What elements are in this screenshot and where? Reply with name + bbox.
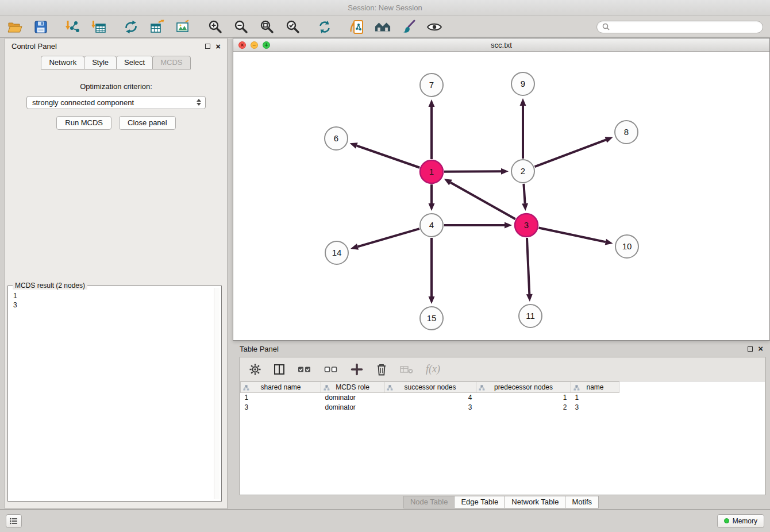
zoom-out-button[interactable] <box>233 19 249 35</box>
cell-shared-name[interactable]: 3 <box>241 403 321 413</box>
criterion-dropdown-value: strongly connected component <box>32 98 134 107</box>
zoom-fit-icon <box>260 20 274 34</box>
close-panel-button[interactable]: Close panel <box>119 116 176 130</box>
table-tab-motifs[interactable]: Motifs <box>565 496 599 508</box>
network-window-titlebar[interactable]: × − + scc.txt <box>233 38 769 52</box>
import-table-icon <box>91 20 106 34</box>
deselect-all-columns-button[interactable] <box>324 365 338 374</box>
show-hide-button[interactable] <box>426 19 442 35</box>
delete-table-icon <box>400 365 413 374</box>
float-panel-icon[interactable] <box>205 44 210 49</box>
control-panel: Control Panel × NetworkStyleSelectMCDS O… <box>5 38 228 509</box>
column-header-shared-name[interactable]: shared name <box>241 382 321 393</box>
run-mcds-button[interactable]: Run MCDS <box>56 116 111 130</box>
create-column-button[interactable] <box>351 363 363 376</box>
minimize-window-icon[interactable]: − <box>251 41 258 49</box>
save-floppy-icon <box>34 20 48 34</box>
table-panel-tabs: Node TableEdge TableNetwork TableMotifs <box>233 496 770 508</box>
panel-menu-button[interactable] <box>6 514 22 528</box>
close-panel-icon[interactable]: × <box>215 43 221 50</box>
optimization-criterion-label: Optimization criterion: <box>5 82 227 91</box>
cell-name[interactable]: 3 <box>571 403 619 413</box>
search-box[interactable] <box>596 21 763 33</box>
cell-predecessor-nodes[interactable]: 1 <box>476 393 571 403</box>
plus-icon <box>351 363 363 376</box>
graph-edge-2-3[interactable] <box>523 184 525 203</box>
import-network-button[interactable] <box>65 19 81 35</box>
graph-edge-4-14[interactable] <box>357 229 419 246</box>
style-brush-button[interactable] <box>401 19 417 35</box>
delete-table-button[interactable] <box>400 365 413 374</box>
export-network-button[interactable] <box>123 19 139 35</box>
zoom-selected-button[interactable] <box>284 19 301 35</box>
table-settings-button[interactable] <box>249 364 261 375</box>
import-table-button[interactable] <box>91 19 107 35</box>
show-columns-button[interactable] <box>274 364 285 375</box>
close-window-icon[interactable]: × <box>238 41 246 49</box>
zoom-selected-icon <box>286 20 300 34</box>
cell-predecessor-nodes[interactable]: 2 <box>476 403 571 413</box>
graph-edge-3-1[interactable] <box>451 183 515 219</box>
cell-successor-nodes[interactable]: 3 <box>384 403 476 413</box>
graph-edge-3-11[interactable] <box>527 238 529 294</box>
column-tree-icon <box>243 384 249 392</box>
cell-shared-name[interactable]: 1 <box>241 393 321 403</box>
edge-arrowhead <box>351 244 359 250</box>
mcds-result-title: MCDS result (2 nodes) <box>13 282 87 290</box>
column-header-name[interactable]: name <box>571 382 619 393</box>
table-tab-node-table[interactable]: Node Table <box>403 496 455 508</box>
column-header-successor-nodes[interactable]: successor nodes <box>384 382 476 393</box>
open-file-button[interactable] <box>7 19 23 35</box>
edge-arrowhead <box>520 98 526 106</box>
export-table-button[interactable] <box>149 19 165 35</box>
table-row[interactable]: 1dominator411 <box>241 393 619 403</box>
graph-edge-2-8[interactable] <box>535 140 606 167</box>
edge-arrowhead <box>526 294 533 302</box>
select-all-columns-button[interactable] <box>298 365 311 374</box>
memory-label: Memory <box>733 517 757 525</box>
cell-MCDS-role[interactable]: dominator <box>321 393 384 403</box>
cell-name[interactable]: 1 <box>571 393 619 403</box>
tab-mcds[interactable]: MCDS <box>152 56 190 70</box>
table-tab-network-table[interactable]: Network Table <box>505 496 565 508</box>
column-tree-icon <box>324 384 330 392</box>
delete-columns-button[interactable] <box>376 363 387 376</box>
table-panel: Table Panel × <box>233 341 770 509</box>
save-session-button[interactable] <box>33 19 49 35</box>
home-views-button[interactable] <box>375 19 391 35</box>
column-tree-icon <box>573 384 580 392</box>
checked-boxes-icon <box>298 365 311 374</box>
maximize-window-icon[interactable]: + <box>263 41 270 49</box>
network-document-icon <box>349 20 364 34</box>
table-row[interactable]: 3dominator323 <box>241 403 619 413</box>
apply-layout-refresh-icon <box>317 20 332 34</box>
function-builder-button[interactable]: f(x) <box>426 363 440 375</box>
columns-icon <box>274 364 285 375</box>
zoom-in-button[interactable] <box>207 19 223 35</box>
column-header-predecessor-nodes[interactable]: predecessor nodes <box>476 382 571 393</box>
graph-edge-1-2[interactable] <box>444 171 501 172</box>
export-image-button[interactable] <box>175 19 191 35</box>
paint-brush-icon <box>401 20 416 34</box>
cell-MCDS-role[interactable]: dominator <box>321 403 384 413</box>
table-tab-edge-table[interactable]: Edge Table <box>454 496 505 508</box>
graph-edge-3-10[interactable] <box>539 228 606 242</box>
apply-layout-button[interactable] <box>317 19 333 35</box>
graph-edge-1-6[interactable] <box>357 146 419 168</box>
tab-select[interactable]: Select <box>116 56 153 70</box>
float-table-panel-icon[interactable] <box>748 346 753 352</box>
criterion-dropdown[interactable]: strongly connected component <box>26 96 206 109</box>
tab-style[interactable]: Style <box>84 56 117 70</box>
column-tree-icon <box>387 384 393 392</box>
network-document-button[interactable] <box>349 19 365 35</box>
result-scrollbar[interactable] <box>214 288 220 499</box>
zoom-fit-button[interactable] <box>259 19 275 35</box>
tab-network[interactable]: Network <box>41 56 84 70</box>
close-table-panel-icon[interactable]: × <box>758 345 763 352</box>
network-canvas[interactable]: 7968124314101511 <box>233 52 769 340</box>
cell-successor-nodes[interactable]: 4 <box>384 393 476 403</box>
search-input[interactable] <box>613 23 757 31</box>
memory-button[interactable]: Memory <box>717 514 764 528</box>
column-header-MCDS-role[interactable]: MCDS role <box>321 382 384 393</box>
result-line: 3 <box>13 300 221 310</box>
